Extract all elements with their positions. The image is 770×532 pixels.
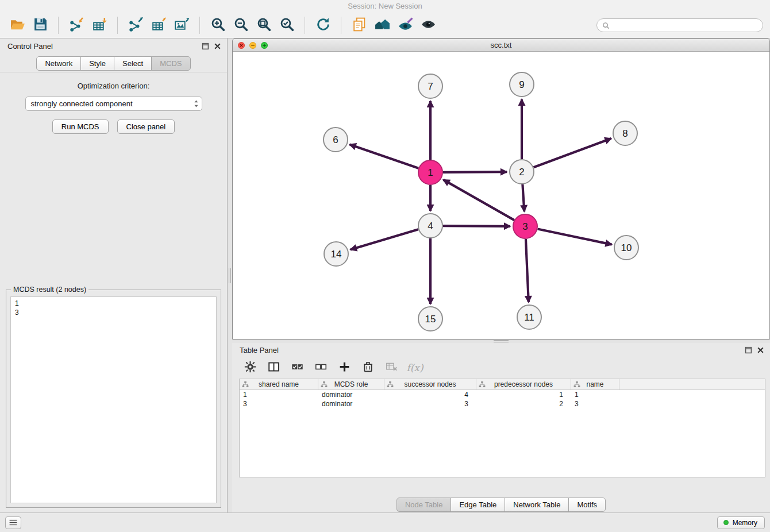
toolbar-separator	[341, 17, 341, 34]
deselect-all-button[interactable]	[313, 360, 328, 375]
add-row-button[interactable]	[337, 360, 352, 375]
zoom-fit-icon	[256, 17, 272, 34]
column-hierarchy-icon[interactable]	[387, 381, 394, 388]
graph-edge[interactable]	[443, 226, 510, 226]
maximize-window-icon[interactable]	[261, 42, 268, 49]
mcds-result-list[interactable]: 13	[10, 296, 217, 503]
graph-node-label: 11	[524, 312, 534, 323]
delete-row-button[interactable]	[360, 360, 375, 375]
task-history-button[interactable]	[5, 516, 21, 529]
column-hierarchy-icon[interactable]	[321, 381, 328, 388]
style-preview-button[interactable]	[395, 15, 415, 36]
tab-edge-table[interactable]: Edge Table	[451, 498, 505, 512]
mcds-result-groupbox: MCDS result (2 nodes) 13	[6, 290, 221, 508]
table-cell[interactable]: 2	[476, 399, 571, 408]
memory-button[interactable]: Memory	[717, 516, 765, 529]
column-header-mcds-role[interactable]: MCDS role	[318, 379, 384, 390]
float-panel-icon[interactable]	[202, 43, 209, 50]
zoom-selected-icon	[279, 17, 295, 34]
open-session-button[interactable]	[7, 15, 28, 36]
save-session-button[interactable]	[30, 15, 51, 36]
table-row[interactable]: 3dominator323	[240, 399, 765, 408]
delete-table-icon	[386, 361, 398, 375]
graph-edge[interactable]	[522, 184, 524, 211]
open-documents-button[interactable]	[349, 15, 369, 36]
graph-edge[interactable]	[538, 229, 612, 245]
vertical-splitter[interactable]	[228, 38, 232, 512]
zoom-selected-button[interactable]	[276, 15, 297, 36]
column-header-successor-nodes[interactable]: successor nodes	[384, 379, 476, 390]
criterion-dropdown-value: strongly connected component	[31, 99, 194, 108]
column-hierarchy-icon[interactable]	[479, 381, 486, 388]
refresh-network-icon	[315, 17, 331, 34]
tab-node-table[interactable]: Node Table	[396, 498, 452, 512]
graph-edge[interactable]	[350, 144, 419, 168]
import-table-button[interactable]	[89, 15, 110, 36]
network-canvas[interactable]: 7968124314101511	[233, 52, 769, 339]
table-cell[interactable]: 1	[571, 390, 619, 399]
tab-style[interactable]: Style	[80, 56, 114, 71]
close-panel-icon[interactable]	[214, 43, 221, 50]
import-network-icon	[69, 17, 84, 34]
minimize-window-icon[interactable]	[249, 42, 256, 49]
refresh-network-button[interactable]	[313, 15, 333, 36]
table-cell[interactable]: dominator	[318, 399, 384, 408]
run-mcds-button[interactable]: Run MCDS	[52, 119, 109, 134]
graph-edge[interactable]	[444, 180, 514, 220]
export-network-button[interactable]	[125, 15, 146, 36]
search-box[interactable]	[596, 18, 763, 32]
function-builder-button: f(x)	[407, 360, 422, 375]
zoom-out-button[interactable]	[230, 15, 251, 36]
import-network-button[interactable]	[66, 15, 87, 36]
tab-network-table[interactable]: Network Table	[505, 498, 569, 512]
graph-edge[interactable]	[534, 138, 611, 167]
criterion-dropdown[interactable]: strongly connected component	[25, 97, 202, 111]
search-input[interactable]	[613, 21, 757, 29]
column-settings-button[interactable]	[242, 360, 257, 375]
table-cell[interactable]: 4	[384, 390, 476, 399]
column-header-predecessor-nodes[interactable]: predecessor nodes	[476, 379, 571, 390]
tab-select[interactable]: Select	[114, 56, 152, 71]
float-panel-icon[interactable]	[745, 346, 752, 354]
graph-edge[interactable]	[526, 239, 529, 302]
style-preview-icon	[398, 17, 413, 34]
table-cell[interactable]: 3	[571, 399, 619, 408]
table-cell[interactable]: 3	[384, 399, 476, 408]
zoom-in-button[interactable]	[207, 15, 228, 36]
home-view-button[interactable]	[372, 15, 392, 36]
mcds-tab-content: Optimization criterion: strongly connect…	[0, 72, 227, 512]
column-header-name[interactable]: name	[571, 379, 619, 390]
split-column-button[interactable]	[266, 360, 281, 375]
close-window-icon[interactable]	[238, 42, 245, 49]
table-toolbar: f(x)	[232, 357, 770, 379]
show-hide-graphics-icon	[421, 17, 436, 34]
table-cell[interactable]: 1	[240, 390, 318, 399]
zoom-fit-button[interactable]	[253, 15, 274, 36]
export-table-button[interactable]	[148, 15, 169, 36]
show-hide-graphics-button[interactable]	[418, 15, 438, 36]
table-cell[interactable]: 3	[240, 399, 318, 408]
column-hierarchy-icon[interactable]	[242, 381, 249, 388]
graph-node-label: 3	[522, 221, 528, 232]
column-header-label: predecessor nodes	[494, 380, 553, 388]
tab-motifs[interactable]: Motifs	[568, 498, 606, 512]
close-panel-button[interactable]: Close panel	[117, 119, 175, 134]
export-image-button[interactable]	[171, 15, 192, 36]
tab-network[interactable]: Network	[36, 56, 81, 71]
table-header-row: shared nameMCDS rolesuccessor nodesprede…	[240, 379, 765, 390]
control-panel-tabs: NetworkStyleSelectMCDS	[0, 53, 227, 72]
column-header-label: successor nodes	[404, 380, 456, 388]
table-row[interactable]: 1dominator411	[240, 390, 765, 399]
network-window-title: scc.txt	[491, 41, 512, 49]
select-all-button[interactable]	[290, 360, 305, 375]
graph-edge[interactable]	[443, 172, 507, 172]
close-panel-icon[interactable]	[757, 346, 764, 354]
graph-edge[interactable]	[351, 229, 418, 249]
column-header-shared-name[interactable]: shared name	[240, 379, 318, 390]
column-hierarchy-icon[interactable]	[573, 381, 580, 388]
tab-mcds[interactable]: MCDS	[151, 56, 190, 71]
table-cell[interactable]: 1	[476, 390, 571, 399]
table-cell[interactable]: dominator	[318, 390, 384, 399]
splitter-grip	[229, 268, 231, 283]
window-controls	[238, 42, 268, 49]
